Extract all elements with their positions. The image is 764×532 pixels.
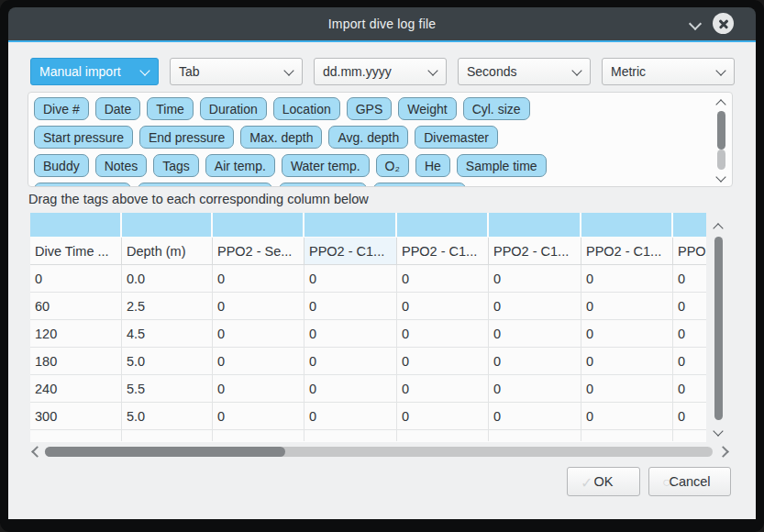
tag-sample-depth[interactable]: Sample depth (34, 183, 131, 187)
tag-max-depth[interactable]: Max. depth (240, 126, 322, 149)
table-cell: 0 (673, 265, 706, 293)
scroll-down-icon[interactable] (714, 427, 722, 435)
table-cell: 0 (581, 403, 673, 430)
column-drop-target[interactable] (213, 213, 304, 238)
tag-sample-time[interactable]: Sample time (457, 154, 547, 177)
column-header[interactable]: Dive Time ... (30, 238, 122, 265)
combo-value: Manual import (39, 64, 121, 79)
scrollbar-thumb[interactable] (717, 111, 725, 150)
preview-table-body: Dive Time ...Depth (m)PPO2 - Se...PPO2 -… (30, 213, 706, 442)
close-icon[interactable] (713, 13, 734, 34)
tag-palette-scrollbar[interactable] (714, 96, 728, 183)
table-cell: 0 (304, 403, 397, 430)
tag-location[interactable]: Location (273, 97, 340, 120)
table-scrollbar-vertical[interactable] (710, 213, 728, 442)
tag-end-pressure[interactable]: End pressure (139, 126, 234, 149)
column-drop-target[interactable] (397, 213, 489, 238)
scroll-up-icon[interactable] (714, 222, 722, 229)
table-cell: 5.0 (122, 403, 213, 430)
column-drop-target[interactable] (581, 213, 673, 238)
table-cell: 0 (397, 293, 489, 320)
column-header[interactable]: PPO2 - C1... (489, 238, 581, 265)
table-row: 3005.0000000 (30, 403, 706, 430)
circle-icon: ○ (662, 474, 671, 491)
scroll-down-icon[interactable] (717, 173, 725, 181)
table-cell: 0 (304, 348, 397, 375)
combo-dd-mm-yyyy[interactable]: dd.mm.yyyy (314, 58, 447, 85)
window-title: Import dive log file (328, 17, 437, 31)
tag-divemaster[interactable]: Divemaster (415, 126, 498, 149)
table-cell: 0 (213, 375, 304, 403)
table-cell: 240 (30, 375, 122, 403)
column-header[interactable]: Depth (m) (122, 238, 213, 265)
table-cell: 0 (304, 265, 397, 293)
table-cell: 0 (673, 320, 706, 348)
tag-sample-temperature[interactable]: Sample temperature (138, 183, 272, 187)
tag-time[interactable]: Time (147, 97, 194, 120)
scroll-up-icon[interactable] (717, 98, 725, 105)
ok-button-label: OK (594, 474, 614, 489)
combo-seconds[interactable]: Seconds (458, 58, 591, 85)
tag-start-pressure[interactable]: Start pressure (34, 126, 133, 149)
tag-air-temp-[interactable]: Air temp. (205, 154, 275, 177)
tag-dive-[interactable]: Dive # (34, 97, 89, 120)
table-cell: 0 (581, 375, 673, 403)
scrollbar-track[interactable] (45, 447, 713, 457)
table-cell: 0 (489, 320, 581, 348)
combo-manual-import[interactable]: Manual import (30, 58, 159, 85)
table-cell: 0 (397, 375, 489, 403)
table-cell: 4.5 (122, 320, 213, 348)
column-drop-target[interactable] (489, 213, 581, 238)
chevron-down-icon (571, 65, 581, 75)
tag-sample-po-[interactable]: Sample pO₂ (279, 183, 366, 187)
tag-tags[interactable]: Tags (153, 154, 199, 177)
tag-he[interactable]: He (415, 154, 450, 177)
tag-cyl-size[interactable]: Cyl. size (463, 97, 530, 120)
table-scrollbar-horizontal[interactable] (30, 445, 727, 460)
table-row: 1204.5000000 (30, 320, 706, 348)
combo-tab[interactable]: Tab (170, 58, 303, 85)
table-row (30, 213, 706, 238)
tag-palette-inner: Dive #DateTimeDurationLocationGPSWeightC… (34, 97, 710, 187)
ok-button[interactable]: ✓ OK (567, 467, 640, 496)
tag-date[interactable]: Date (95, 97, 141, 120)
table-cell: 0 (673, 403, 706, 430)
tag-water-temp-[interactable]: Water temp. (282, 154, 370, 177)
scrollbar-thumb[interactable] (45, 447, 285, 457)
tag-o-[interactable]: O₂ (376, 154, 409, 177)
table-row: Dive Time ...Depth (m)PPO2 - Se...PPO2 -… (30, 238, 706, 265)
tag-weight[interactable]: Weight (398, 97, 456, 120)
column-drop-target[interactable] (304, 213, 397, 238)
tag-palette: Dive #DateTimeDurationLocationGPSWeightC… (28, 92, 733, 187)
tag-row: Start pressureEnd pressureMax. depthAvg.… (34, 126, 710, 149)
tag-duration[interactable]: Duration (200, 97, 267, 120)
table-cell: 0 (581, 293, 673, 320)
column-drop-target[interactable] (673, 213, 706, 238)
preview-table: Dive Time ...Depth (m)PPO2 - Se...PPO2 -… (30, 213, 733, 459)
tag-gps[interactable]: GPS (347, 97, 393, 120)
tag-row: BuddyNotesTagsAir temp.Water temp.O₂HeSa… (34, 154, 710, 177)
table-cell: 0 (397, 348, 489, 375)
tag-notes[interactable]: Notes (95, 154, 148, 177)
column-header[interactable]: PPO2 (673, 238, 706, 265)
tag-avg-depth[interactable]: Avg. depth (328, 126, 408, 149)
combo-metric[interactable]: Metric (602, 58, 735, 85)
column-drop-target[interactable] (30, 213, 122, 238)
column-header[interactable]: PPO2 - C1... (304, 238, 397, 265)
scroll-left-icon[interactable] (30, 448, 39, 456)
cancel-button[interactable]: ○ Cancel (648, 467, 731, 496)
table-cell (30, 430, 122, 441)
column-header[interactable]: PPO2 - Se... (213, 238, 304, 265)
tag-buddy[interactable]: Buddy (34, 154, 89, 177)
tag-sample-cns[interactable]: Sample CNS (373, 183, 466, 187)
table-cell: 0 (397, 403, 489, 430)
table-row: 602.5000000 (30, 293, 706, 320)
chevron-down-icon[interactable] (688, 18, 703, 29)
scroll-right-icon[interactable] (719, 448, 727, 456)
table-cell: 0 (397, 320, 489, 348)
column-header[interactable]: PPO2 - C1... (581, 238, 673, 265)
column-drop-target[interactable] (122, 213, 213, 238)
column-header[interactable]: PPO2 - C1... (397, 238, 489, 265)
scrollbar-track[interactable] (717, 150, 725, 170)
scrollbar-thumb[interactable] (714, 237, 723, 420)
